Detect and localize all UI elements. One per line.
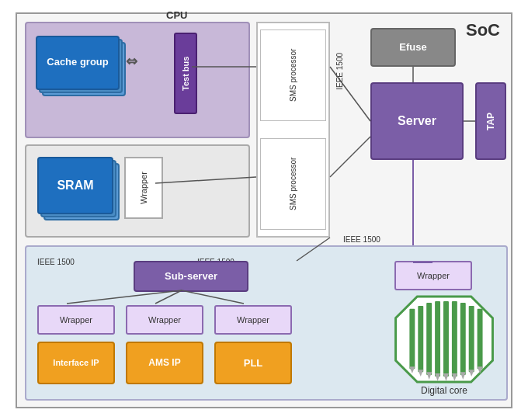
interface-ip-box: Interface IP: [37, 342, 115, 384]
soc-diagram: SoC CPU Cache group ⇔ Test bus SRAM Wrap…: [16, 12, 512, 408]
cpu-section: CPU Cache group ⇔ Test bus: [25, 22, 250, 138]
ieee-1500-label-bottom-left: IEEE 1500: [37, 258, 75, 266]
bidirectional-arrow: ⇔: [126, 53, 137, 70]
wrapper-digital: Wrapper: [394, 261, 472, 290]
svg-rect-8: [469, 305, 474, 371]
cache-group: Cache group: [36, 36, 129, 98]
sub-server-box: Sub-server: [134, 261, 248, 292]
sms-processor-top: SMS processor: [260, 30, 326, 121]
sms-processor-bottom: SMS processor: [260, 138, 326, 230]
server-box: Server: [370, 82, 464, 160]
ieee-1500-label-v: IEEE 1500: [335, 53, 344, 90]
wrapper-interface-ip: Wrapper: [37, 305, 115, 335]
tap-box: TAP: [475, 82, 506, 160]
bottom-section: IEEE 1500 IEEE 1500 Sub-server Wrapper I…: [25, 245, 508, 401]
wrapper-pll: Wrapper: [214, 305, 292, 335]
svg-line-20: [330, 137, 370, 177]
efuse-box: Efuse: [370, 28, 456, 67]
ams-ip-box: AMS IP: [126, 342, 203, 384]
digital-core-label: Digital core: [421, 385, 467, 396]
pll-box: PLL: [214, 342, 292, 384]
svg-rect-9: [478, 308, 483, 368]
wrapper-ams-ip: Wrapper: [126, 305, 203, 335]
sram-section: SRAM Wrapper: [25, 144, 250, 238]
sram-wrapper: Wrapper: [124, 157, 163, 219]
svg-rect-5: [443, 300, 449, 376]
sram-box: SRAM: [37, 157, 113, 214]
svg-rect-6: [452, 300, 457, 376]
svg-rect-2: [418, 305, 423, 371]
test-bus-box: Test bus: [174, 33, 197, 114]
svg-rect-4: [435, 300, 440, 376]
svg-rect-3: [426, 302, 432, 374]
cache-group-box: Cache group: [36, 36, 120, 90]
svg-rect-1: [409, 308, 415, 368]
soc-label: SoC: [466, 20, 500, 40]
digital-core-area: Digital core: [385, 295, 503, 396]
digital-core-svg: [394, 295, 495, 384]
svg-rect-7: [460, 302, 466, 374]
sms-processor-section: SMS processor SMS processor: [256, 22, 330, 238]
cpu-label: CPU: [166, 9, 187, 21]
ieee-1500-label-h-top: IEEE 1500: [343, 235, 380, 244]
